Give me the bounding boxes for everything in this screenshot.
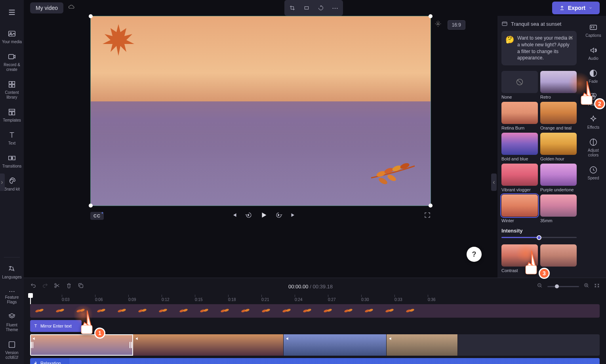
selection-handle[interactable] xyxy=(429,14,433,18)
skip-end-button[interactable] xyxy=(290,212,297,220)
sidebar-item-your-media[interactable]: Your media xyxy=(2,25,22,48)
rotate-button[interactable] xyxy=(314,2,327,14)
split-button[interactable] xyxy=(54,282,60,290)
crop-button[interactable] xyxy=(286,2,299,14)
ruler-tick: 0:27 xyxy=(328,295,335,304)
help-button[interactable]: ? xyxy=(467,247,482,262)
zoom-slider[interactable] xyxy=(547,286,579,287)
rail-effects[interactable]: Effects xyxy=(583,111,604,134)
text-track[interactable]: Mirror Enter text xyxy=(30,320,600,332)
sidebar-item-version[interactable]: Version ccfd61f xyxy=(2,336,22,364)
svg-rect-7 xyxy=(12,82,15,84)
rail-speed[interactable]: Speed xyxy=(583,162,604,185)
sidebar-item-record-create[interactable]: Record & create xyxy=(2,48,22,76)
aspect-ratio-button[interactable]: 16:9 xyxy=(448,20,465,30)
svg-point-70 xyxy=(306,309,311,313)
filter-purple-undertone[interactable]: Purple undertone xyxy=(540,164,577,192)
filter-vibrant-vlogger[interactable]: Vibrant vlogger xyxy=(501,164,538,192)
svg-rect-81 xyxy=(81,325,92,334)
video-clip-4[interactable] xyxy=(387,334,458,356)
svg-point-15 xyxy=(10,179,11,180)
fit-timeline-button[interactable] xyxy=(594,283,600,290)
close-tip-button[interactable]: ✕ xyxy=(569,34,574,42)
undo-button[interactable] xyxy=(30,282,36,290)
filter-winter[interactable]: Winter xyxy=(501,194,538,223)
tutorial-cursor-1: 1 xyxy=(75,309,103,336)
canvas[interactable]: 16:9 xyxy=(90,16,431,206)
menu-button[interactable] xyxy=(2,3,22,25)
clip-handle-right[interactable] xyxy=(129,334,133,356)
svg-point-44 xyxy=(38,309,44,313)
sidebar-item-text[interactable]: Text xyxy=(2,127,22,150)
ruler-tick: 0:30 xyxy=(361,295,369,304)
expand-right-tab[interactable]: ‹ xyxy=(491,173,497,191)
fit-button[interactable] xyxy=(300,2,313,14)
text-clip[interactable]: Mirror Enter text xyxy=(30,320,82,332)
sidebar-item-transitions[interactable]: Transitions xyxy=(2,150,22,173)
ruler-tick: 0:15 xyxy=(195,295,202,304)
svg-rect-18 xyxy=(9,342,15,348)
ruler-tick: 0:18 xyxy=(228,295,236,304)
video-clip-2[interactable] xyxy=(133,334,284,356)
maple-leaf-overlay xyxy=(99,20,138,60)
rail-adjust-colors[interactable]: Adjust colors xyxy=(583,134,604,162)
selection-handle[interactable] xyxy=(429,204,433,208)
sidebar-item-content-library[interactable]: Content library xyxy=(2,76,22,104)
sidebar-item-languages[interactable]: Languages xyxy=(2,261,22,284)
ruler-tick: 0:24 xyxy=(295,295,302,304)
filter-golden-hour[interactable]: Golden hour xyxy=(540,133,577,161)
playhead[interactable] xyxy=(30,295,31,304)
tutorial-cursor-2: 2 xyxy=(575,79,603,107)
filter-retina-burn[interactable]: Retina Burn xyxy=(501,102,538,130)
redo-button[interactable] xyxy=(42,282,48,290)
filter-35mm[interactable]: 35mm xyxy=(540,194,577,223)
svg-point-76 xyxy=(368,309,373,313)
filter-orange-teal[interactable]: Orange and teal xyxy=(540,102,577,130)
sidebar-item-templates[interactable]: Templates xyxy=(2,104,22,127)
ruler[interactable]: 0:03 0:06 0:09 0:12 0:15 0:18 0:21 0:24 … xyxy=(24,295,606,304)
video-clip-3[interactable] xyxy=(284,334,387,356)
intensity-slider[interactable] xyxy=(501,237,577,238)
timeline-toolbar: 00:00.00 / 00:39.18 xyxy=(24,278,606,295)
sidebar-item-fluent-theme[interactable]: Fluent Theme xyxy=(2,309,22,336)
clip-title: Tranquil sea at sunset xyxy=(501,21,577,27)
rail-audio[interactable]: Audio xyxy=(583,42,604,65)
zoom-in-button[interactable] xyxy=(584,283,589,290)
thinking-emoji-icon: 🤔 xyxy=(505,35,514,61)
audio-track[interactable]: Relaxation xyxy=(30,358,600,364)
sidebar-item-feature-flags[interactable]: ⋯ Feature Flags xyxy=(2,284,22,309)
rail-captions[interactable]: Captions xyxy=(583,19,604,42)
svg-point-16 xyxy=(11,179,12,180)
time-display: 00:00.00 / 00:39.18 xyxy=(288,284,333,290)
more-button[interactable]: ⋯ xyxy=(329,2,341,14)
skip-start-button[interactable] xyxy=(231,212,238,220)
cloud-sync-icon[interactable] xyxy=(68,4,75,12)
rewind-button[interactable]: 5 xyxy=(245,212,252,220)
filter-none[interactable]: None xyxy=(501,71,538,99)
export-button[interactable]: Export xyxy=(552,2,600,14)
selection-handle[interactable] xyxy=(89,14,93,18)
zoom-out-button[interactable] xyxy=(537,283,543,290)
project-name[interactable]: My video xyxy=(30,2,63,13)
svg-point-17 xyxy=(13,179,14,180)
player-controls: CC 5 5 xyxy=(90,206,431,226)
delete-button[interactable] xyxy=(66,282,72,290)
selection-handle[interactable] xyxy=(89,204,93,208)
captions-toggle[interactable]: CC xyxy=(90,212,104,220)
expand-left-tab[interactable]: › xyxy=(0,173,5,191)
filter-bold-blue[interactable]: Bold and blue xyxy=(501,133,538,161)
svg-point-56 xyxy=(162,309,167,313)
svg-rect-82 xyxy=(581,96,592,105)
preview-tools: ⋯ xyxy=(284,0,343,16)
video-track[interactable] xyxy=(30,334,600,356)
svg-point-66 xyxy=(265,309,270,313)
forward-button[interactable]: 5 xyxy=(275,212,282,220)
video-clip-1[interactable] xyxy=(30,334,133,356)
svg-point-78 xyxy=(389,309,394,313)
play-button[interactable] xyxy=(259,211,268,221)
overlay-track[interactable] xyxy=(30,304,600,318)
fullscreen-button[interactable] xyxy=(424,213,431,220)
canvas-settings-icon[interactable] xyxy=(434,20,442,29)
duplicate-button[interactable] xyxy=(78,282,84,290)
svg-rect-12 xyxy=(12,112,15,115)
